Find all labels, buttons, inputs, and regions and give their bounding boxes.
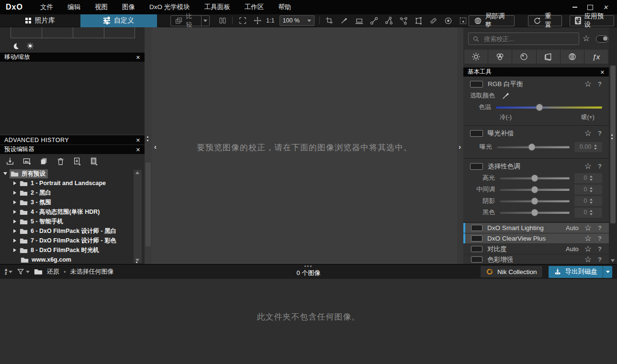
tab-photolibrary[interactable]: 照片库 bbox=[0, 14, 80, 27]
advanced-history-palette-header[interactable]: ADVANCED HISTORY bbox=[0, 135, 145, 144]
pan-move-icon[interactable] bbox=[252, 15, 262, 26]
tab-detail[interactable] bbox=[512, 50, 536, 64]
close-palette-icon[interactable] bbox=[136, 146, 140, 153]
repair-tool-icon[interactable] bbox=[428, 15, 438, 26]
temperature-slider[interactable] bbox=[496, 104, 602, 111]
spinner-icon[interactable] bbox=[590, 210, 593, 215]
zoom-1to1-button[interactable]: 1:1 bbox=[266, 17, 274, 24]
menu-help[interactable]: 帮助 bbox=[278, 3, 291, 11]
fit-screen-icon[interactable] bbox=[237, 15, 247, 26]
reset-button[interactable]: 重置 bbox=[528, 15, 562, 26]
tree-item-preset-folder[interactable]: 1 - Portrait and Landscape bbox=[0, 178, 133, 188]
help-icon[interactable]: ? bbox=[596, 80, 603, 88]
exposure-value-box[interactable]: 0.00 bbox=[574, 142, 602, 152]
active-corrections-toggle[interactable] bbox=[596, 35, 608, 43]
spinner-icon[interactable] bbox=[590, 176, 593, 181]
tree-item-preset-folder[interactable]: 5 - 智能手机 bbox=[0, 217, 133, 226]
local-adjustments-button[interactable]: 局部调整 bbox=[469, 15, 515, 26]
split-view-icon[interactable] bbox=[217, 15, 227, 26]
slider-handle[interactable] bbox=[531, 175, 538, 182]
search-input[interactable] bbox=[483, 35, 566, 43]
polygon-tool-icon[interactable] bbox=[399, 15, 409, 26]
selective-tone-checkbox[interactable] bbox=[470, 163, 483, 170]
right-panel-scrollbar[interactable] bbox=[609, 27, 617, 264]
midtones-slider[interactable] bbox=[500, 186, 570, 193]
midtones-value-box[interactable]: 0 bbox=[574, 185, 602, 195]
help-icon[interactable]: ? bbox=[596, 256, 603, 263]
perspective-tool-icon[interactable] bbox=[414, 15, 424, 26]
basic-tools-palette-header[interactable]: 基本工具 bbox=[463, 67, 609, 77]
help-icon[interactable]: ? bbox=[596, 235, 603, 242]
shadows-slider[interactable] bbox=[500, 198, 570, 205]
favorite-star-icon[interactable] bbox=[584, 244, 592, 254]
favorites-filter-star-icon[interactable] bbox=[583, 33, 590, 44]
slider-handle[interactable] bbox=[536, 104, 543, 111]
tab-light[interactable] bbox=[464, 50, 488, 64]
tree-item-preset-folder[interactable]: 7 - DxO FilmPack 设计师 - 彩色 bbox=[0, 236, 133, 245]
favorite-star-icon[interactable] bbox=[584, 223, 592, 233]
tab-customize[interactable]: 自定义 bbox=[80, 14, 157, 27]
white-balance-checkbox[interactable] bbox=[470, 81, 483, 88]
slider-handle[interactable] bbox=[531, 198, 538, 205]
search-correction-box[interactable] bbox=[468, 33, 579, 45]
control-points-tool-icon[interactable] bbox=[384, 15, 394, 26]
spinner-icon[interactable] bbox=[590, 199, 593, 204]
scroll-up-icon[interactable] bbox=[135, 171, 139, 174]
expand-arrow-icon[interactable] bbox=[13, 229, 16, 233]
menu-view[interactable]: 视图 bbox=[95, 3, 108, 11]
help-icon[interactable]: ? bbox=[596, 163, 603, 170]
tree-item-preset-folder[interactable]: www.x6g.com bbox=[0, 255, 133, 264]
move-zoom-palette-header[interactable]: 移动/缩放 bbox=[0, 53, 145, 62]
expand-arrow-icon[interactable] bbox=[13, 191, 16, 195]
tab-color[interactable] bbox=[488, 50, 512, 64]
help-icon[interactable]: ? bbox=[596, 130, 603, 137]
expand-arrow-icon[interactable] bbox=[13, 181, 16, 185]
close-palette-icon[interactable] bbox=[600, 69, 605, 76]
compare-dropdown[interactable] bbox=[201, 16, 209, 26]
import-preset-icon[interactable] bbox=[6, 157, 14, 165]
crop-tool-icon[interactable] bbox=[325, 15, 335, 26]
slider-handle[interactable] bbox=[531, 209, 538, 216]
favorite-star-icon[interactable] bbox=[584, 79, 592, 89]
shadow-clipping-moon-icon[interactable] bbox=[12, 43, 20, 50]
right-panel-splitter[interactable]: › bbox=[457, 27, 463, 264]
highlights-value-box[interactable]: 0 bbox=[574, 173, 602, 183]
export-preset-icon[interactable] bbox=[73, 157, 81, 165]
clearview-plus-checkbox[interactable] bbox=[471, 235, 482, 242]
delete-preset-icon[interactable] bbox=[56, 157, 65, 165]
expand-arrow-icon[interactable] bbox=[13, 220, 16, 223]
apply-preset-button[interactable]: 应用预设 bbox=[570, 15, 614, 26]
tab-effects[interactable] bbox=[584, 50, 608, 64]
smart-lighting-checkbox[interactable] bbox=[471, 225, 482, 231]
favorite-star-icon[interactable] bbox=[584, 128, 592, 138]
zoom-level-dropdown[interactable]: 100 % bbox=[280, 15, 314, 26]
help-icon[interactable]: ? bbox=[596, 224, 603, 232]
expand-arrow-icon[interactable] bbox=[13, 248, 16, 252]
menu-workspace[interactable]: 工作区 bbox=[245, 3, 264, 11]
help-icon[interactable]: ? bbox=[596, 245, 603, 253]
favorite-star-icon[interactable] bbox=[584, 254, 592, 265]
highlight-clipping-sun-icon[interactable] bbox=[26, 42, 34, 50]
favorite-star-icon[interactable] bbox=[584, 233, 592, 243]
tab-local-adjustments[interactable] bbox=[561, 50, 584, 64]
minimize-button[interactable] bbox=[567, 1, 583, 13]
scroll-down-icon[interactable] bbox=[611, 259, 615, 262]
slider-handle[interactable] bbox=[528, 143, 535, 151]
collapse-arrow-icon[interactable] bbox=[3, 172, 7, 175]
tree-item-all-presets[interactable]: 所有预设 bbox=[0, 169, 133, 178]
auto-mask-tool-icon[interactable] bbox=[458, 15, 468, 26]
preset-tree-scrollbar[interactable] bbox=[134, 170, 142, 263]
export-preset-alt-icon[interactable] bbox=[90, 157, 98, 165]
tab-geometry[interactable] bbox=[537, 50, 561, 64]
red-eye-tool-icon[interactable] bbox=[443, 15, 453, 26]
shadows-value-box[interactable]: 0 bbox=[574, 196, 602, 206]
pick-color-eyedropper-icon[interactable] bbox=[502, 91, 510, 100]
color-picker-tool-icon[interactable] bbox=[339, 15, 349, 26]
close-palette-icon[interactable] bbox=[136, 54, 140, 61]
expand-arrow-icon[interactable] bbox=[13, 210, 16, 214]
menu-optics-modules[interactable]: DxO 光学模块 bbox=[149, 3, 190, 11]
browser-resize-grip[interactable]: ••• bbox=[0, 265, 617, 267]
smart-lighting-row[interactable]: DxO Smart Lighting Auto ? bbox=[463, 222, 609, 233]
blacks-slider[interactable] bbox=[500, 209, 570, 216]
scrollbar-thumb[interactable] bbox=[610, 66, 616, 223]
